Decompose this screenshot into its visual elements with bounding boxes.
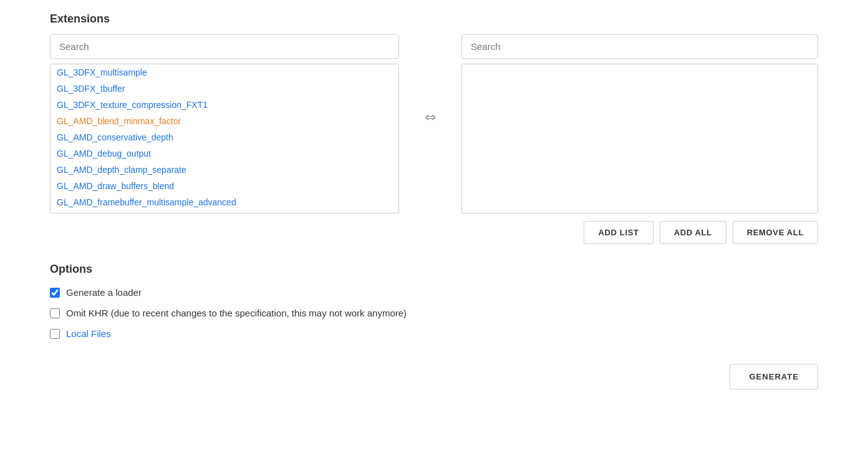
right-search-input[interactable] (461, 34, 818, 59)
transfer-controls: ⇔ (399, 34, 461, 125)
right-panel: ADD LIST ADD ALL REMOVE ALL (461, 34, 818, 244)
list-item[interactable]: GL_AMD_blend_minmax_factor (51, 113, 398, 129)
options-section: Options Generate a loader Omit KHR (due … (50, 263, 818, 339)
omit-khr-label: Omit KHR (due to recent changes to the s… (66, 308, 407, 318)
transfer-icon[interactable]: ⇔ (425, 109, 436, 125)
local-files-checkbox[interactable] (50, 329, 60, 339)
left-search-input[interactable] (50, 34, 399, 59)
list-item[interactable]: GL_3DFX_texture_compression_FXT1 (51, 97, 398, 113)
extensions-title: Extensions (50, 12, 818, 26)
selected-extensions-list-box[interactable] (461, 64, 818, 213)
add-all-button[interactable]: ADD ALL (660, 221, 726, 244)
generate-loader-label: Generate a loader (66, 287, 142, 298)
action-buttons: ADD LIST ADD ALL REMOVE ALL (461, 221, 818, 244)
list-item[interactable]: GL_3DFX_tbuffer (51, 81, 398, 97)
add-list-button[interactable]: ADD LIST (584, 221, 653, 244)
list-item[interactable]: GL_AMD_debug_output (51, 145, 398, 162)
list-item[interactable]: GL_AMD_depth_clamp_separate (51, 162, 398, 178)
remove-all-button[interactable]: REMOVE ALL (733, 221, 818, 244)
list-item[interactable]: GL_3DFX_multisample (51, 64, 398, 81)
extensions-list-box[interactable]: GL_3DFX_multisampleGL_3DFX_tbufferGL_3DF… (50, 64, 399, 213)
generate-loader-checkbox[interactable] (50, 288, 60, 298)
extensions-row: GL_3DFX_multisampleGL_3DFX_tbufferGL_3DF… (50, 34, 818, 244)
list-item[interactable]: GL_AMD_draw_buffers_blend (51, 178, 398, 194)
generate-button[interactable]: GENERATE (730, 364, 818, 389)
list-item[interactable]: GL_AMD_conservative_depth (51, 129, 398, 145)
local-files-label: Local Files (66, 328, 111, 339)
option-generate-loader: Generate a loader (50, 287, 818, 298)
omit-khr-checkbox[interactable] (50, 308, 60, 318)
left-panel: GL_3DFX_multisampleGL_3DFX_tbufferGL_3DF… (50, 34, 399, 213)
option-omit-khr: Omit KHR (due to recent changes to the s… (50, 308, 818, 318)
options-title: Options (50, 263, 818, 276)
generate-row: GENERATE (50, 364, 818, 389)
option-local-files: Local Files (50, 328, 818, 339)
list-item[interactable]: GL_AMD_framebuffer_multisample_advanced (51, 194, 398, 210)
